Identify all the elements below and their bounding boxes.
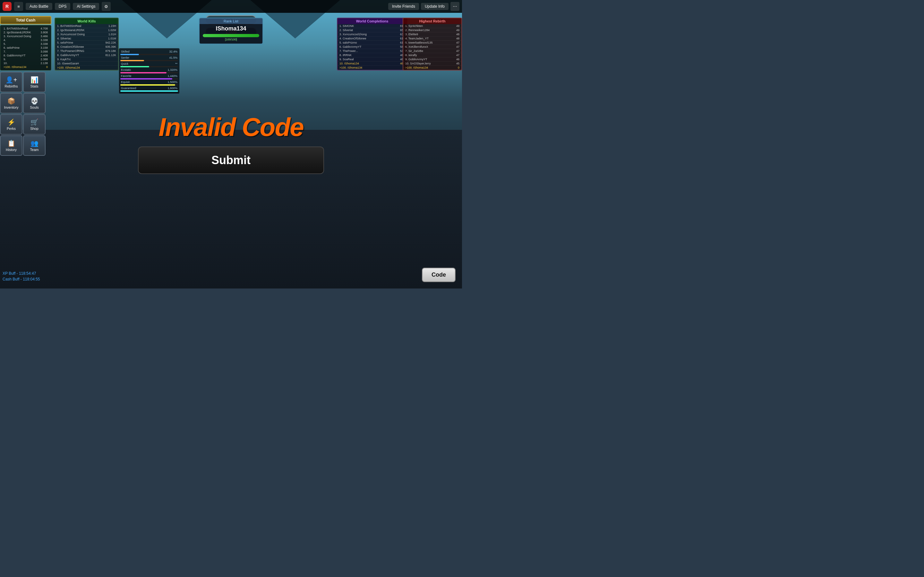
- sidebar-btn-inventory[interactable]: 📦Inventory: [0, 93, 23, 113]
- highest-rebirth-row: 5. towerbattlesool13547: [403, 41, 461, 45]
- invalid-code-overlay: Invalid Code Submit: [119, 114, 343, 174]
- highest-rebirth-row: 2. Renneeiker128449: [403, 28, 461, 32]
- world-completions-row: >100. IShoma1340: [338, 66, 407, 70]
- invite-friends-button[interactable]: Invite Friends: [388, 3, 419, 10]
- invalid-code-text: Invalid Code: [119, 114, 343, 140]
- top-bar-right: Invite Friends Update Info ···: [388, 2, 459, 11]
- highest-rebirth-row: 8. Ieirafly47: [403, 53, 461, 57]
- stat-row: Guaranteed1,600%: [120, 86, 178, 92]
- highest-rebirth-leaderboard: Highest Rebirth 1. Syr4chkten492. Rennee…: [403, 18, 462, 71]
- cash-lb-row: 1. BATM655mReal4.708: [2, 27, 50, 31]
- sidebar-btn-shop[interactable]: 🛒Shop: [23, 114, 45, 135]
- stat-row: Skilled32.4%: [120, 50, 178, 55]
- roblox-logo: R: [3, 2, 11, 11]
- code-button[interactable]: Code: [422, 268, 456, 282]
- settings-icon[interactable]: ⚙: [102, 2, 111, 11]
- world-kills-row: 3. XxAcumcool Doing1.01H: [55, 32, 118, 37]
- update-info-button[interactable]: Update Info: [421, 3, 449, 10]
- stat-row: Ecstatic1,320%: [120, 68, 178, 73]
- world-kills-row: 6. CreationOfSilonee935.39K: [55, 45, 118, 49]
- world-completions-row: 10. IShoma134484: [338, 61, 407, 66]
- left-sidebar: Total Cash 1. BATM655mReal4.7082. Igv3ts…: [0, 16, 51, 156]
- cash-lb-row: 3. XxAcumcool Doing3.466: [2, 34, 50, 38]
- world-kills-row: 8. GablinArmyYT811.12K: [55, 53, 118, 57]
- rank-list-popup: Rank List IShoma134 [100/100]: [199, 18, 263, 44]
- rank-player-name: IShoma134: [200, 24, 262, 33]
- cash-lb-row: 5. 3.338: [2, 42, 50, 46]
- world-kills-row: 10. ISweetSaraH: [55, 61, 118, 66]
- menu-icon[interactable]: ≡: [14, 2, 23, 11]
- cash-lb-row: >100. IShoma1340: [2, 65, 50, 69]
- xp-buff-text: XP Buff - 118:54:47: [3, 271, 40, 276]
- highest-rebirth-row: 10. SAOSlayerJerry45: [403, 61, 461, 66]
- rank-hp-fill: [203, 34, 259, 37]
- highest-rebirth-row: 7. Sir_ZaSIBe47: [403, 49, 461, 53]
- world-completions-row: 1. SIMONK811: [338, 24, 407, 28]
- world-kills-row: 2. Igv3tssian&1RDhK1.02M: [55, 28, 118, 32]
- cash-buff-text: Cash Buff - 118:04:55: [3, 276, 40, 282]
- submit-button[interactable]: Submit: [138, 147, 324, 174]
- highest-rebirth-row: 9. GoblinArmyYT46: [403, 57, 461, 61]
- world-kills-header: World Kills: [55, 18, 118, 24]
- sidebar-btn-souls[interactable]: 💀Souls: [23, 93, 45, 113]
- world-kills-row: 7. ThcPownerOfRNG879.18K: [55, 49, 118, 53]
- ai-settings-button[interactable]: AI Settings: [73, 3, 99, 10]
- sidebar-btn-perks[interactable]: ⚡Perks: [0, 114, 23, 135]
- world-kills-row: 9. KaykTrc: [55, 57, 118, 61]
- stats-overlay: Skilled32.4% Senler41.5% Quick** Ecstati…: [119, 48, 180, 94]
- world-completions-row: 4. CreationOfSilonee616: [338, 37, 407, 41]
- bottom-buffs: XP Buff - 118:54:47 Cash Buff - 118:04:5…: [3, 271, 40, 282]
- sidebar-btn-team[interactable]: 👥Team: [23, 135, 45, 156]
- cash-lb-row: 6. seloPrime3.158: [2, 46, 50, 50]
- world-kills-row: 5. seloPrime942.22K: [55, 41, 118, 45]
- cash-lb-row: 10. 2.138: [2, 61, 50, 65]
- highest-rebirth-row: 6. XxKillerr4funxX47: [403, 45, 461, 49]
- auto-battle-button[interactable]: Auto Battle: [26, 3, 52, 10]
- cash-lb-row: 7. 3.098: [2, 50, 50, 53]
- world-kills-leaderboard: World Kills 1. BATM655mReal1.23H2. Igv3t…: [55, 18, 119, 71]
- world-completions-row: 5. saloPrizmo613: [338, 41, 407, 45]
- sidebar-btn-rebirths[interactable]: 👤+Rebirths: [0, 72, 23, 92]
- cash-lb-row: 9. 2.388: [2, 57, 50, 61]
- world-completions-leaderboard: World Completions 1. SIMONK8112. Silveri…: [337, 18, 407, 71]
- rank-hp-text: [100/100]: [200, 38, 262, 41]
- highest-rebirth-row: >100. IShoma1340: [403, 66, 461, 70]
- world-completions-row: 6. GablinArmyYT589: [338, 45, 407, 49]
- world-kills-row: >100. IShoma134: [55, 66, 118, 70]
- sidebar-grid: 👤+Rebirths📊Stats📦Inventory💀Souls⚡Perks🛒S…: [0, 72, 51, 156]
- sidebar-btn-stats[interactable]: 📊Stats: [23, 72, 45, 92]
- dps-button[interactable]: DPS: [55, 3, 71, 10]
- world-completions-row: 9. SoaReal487: [338, 57, 407, 61]
- highest-rebirth-header: Highest Rebirth: [403, 18, 461, 24]
- cash-lb-row: 4. 3.338: [2, 38, 50, 42]
- stat-row: Equisit.1,500%: [120, 80, 178, 85]
- cash-lb-row: 8. GablinArmyYT2.408: [2, 53, 50, 57]
- stat-row: Favorite1,440%: [120, 74, 178, 79]
- rank-hp-bar: [203, 34, 259, 37]
- cash-lb-row: 2. Igv3tssian&1RDhK3.808: [2, 31, 50, 34]
- world-kills-row: 1. BATM655mReal1.23H: [55, 24, 118, 28]
- highest-rebirth-row: 1. Syr4chkten49: [403, 24, 461, 28]
- highest-rebirth-row: 4. TeamJaden_YT48: [403, 37, 461, 41]
- highest-rebirth-row: 3. ElelIte948: [403, 32, 461, 37]
- world-completions-header: World Completions: [338, 18, 407, 24]
- rank-list-title: Rank List: [200, 18, 262, 24]
- world-completions-row: 3. XxAcumcool1hong632: [338, 32, 407, 37]
- sidebar-btn-history[interactable]: 📋History: [0, 135, 23, 156]
- more-options-button[interactable]: ···: [451, 2, 459, 11]
- stat-row: Senler41.5%: [120, 56, 178, 61]
- world-kills-row: 4. Silveriac1.01M: [55, 37, 118, 41]
- stat-row: Quick**: [120, 62, 178, 67]
- world-completions-row: 8. IRRNK489: [338, 53, 407, 57]
- world-completions-row: 7. ThePower...537: [338, 49, 407, 53]
- total-cash-panel: Total Cash: [0, 16, 51, 24]
- world-completions-row: 2. Silveriat653: [338, 28, 407, 32]
- top-bar: R ≡ Auto Battle DPS AI Settings ⚙ Invite…: [0, 0, 462, 13]
